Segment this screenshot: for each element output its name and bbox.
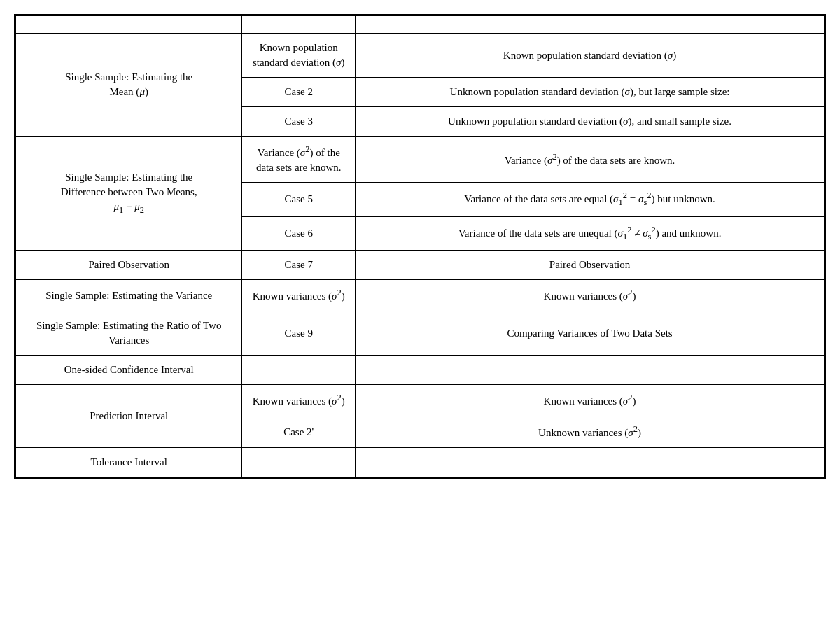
table-row: One-sided Confidence Interval [16, 356, 825, 385]
table-row: Single Sample: Estimating the Ratio of T… [16, 312, 825, 356]
test-label: Single Sample: Estimating theDifference … [16, 136, 242, 251]
table-row: Paired ObservationCase 7Paired Observati… [16, 251, 825, 280]
test-label: Single Sample: Estimating the Variance [16, 280, 242, 312]
test-label: Single Sample: Estimating theMean (μ) [16, 34, 242, 136]
case-description: Known variances (σ2) [356, 385, 825, 416]
case-id: Variance (σ2) of the data sets are known… [242, 136, 356, 183]
case-id: Case 9 [242, 312, 356, 356]
test-label: Prediction Interval [16, 385, 242, 448]
case-description: Unknown variances (σ2) [356, 416, 825, 448]
table-row: Single Sample: Estimating the VarianceKn… [16, 280, 825, 312]
header-test [16, 16, 242, 34]
test-label: Tolerance Interval [16, 448, 242, 477]
case-description [356, 356, 825, 385]
case-id [242, 448, 356, 477]
case-id: Known population standard deviation (σ) [242, 34, 356, 78]
table-row: Single Sample: Estimating theDifference … [16, 136, 825, 183]
case-description: Known population standard deviation (σ) [356, 34, 825, 78]
case-description: Paired Observation [356, 251, 825, 280]
case-description: Comparing Variances of Two Data Sets [356, 312, 825, 356]
header-cases [356, 16, 825, 34]
case-description: Unknown population standard deviation (σ… [356, 78, 825, 107]
case-id: Case 2' [242, 416, 356, 448]
main-table-wrapper: Single Sample: Estimating theMean (μ)Kno… [14, 14, 826, 479]
case-id: Known variances (σ2) [242, 280, 356, 312]
table-row: Single Sample: Estimating theMean (μ)Kno… [16, 34, 825, 78]
case-description: Variance (σ2) of the data sets are known… [356, 136, 825, 183]
case-id: Known variances (σ2) [242, 385, 356, 416]
case-description: Known variances (σ2) [356, 280, 825, 312]
case-description [356, 448, 825, 477]
test-label: Paired Observation [16, 251, 242, 280]
case-id: Case 3 [242, 107, 356, 136]
test-label: Single Sample: Estimating the Ratio of T… [16, 312, 242, 356]
table-row: Tolerance Interval [16, 448, 825, 477]
case-description: Variance of the data sets are unequal (σ… [356, 216, 825, 251]
case-description: Variance of the data sets are equal (σ12… [356, 183, 825, 217]
case-id: Case 5 [242, 183, 356, 217]
table-row: Prediction IntervalKnown variances (σ2)K… [16, 385, 825, 416]
case-id: Case 2 [242, 78, 356, 107]
case-id: Case 7 [242, 251, 356, 280]
case-id: Case 6 [242, 216, 356, 251]
header-case-col [242, 16, 356, 34]
test-label: One-sided Confidence Interval [16, 356, 242, 385]
case-description: Unknown population standard deviation (σ… [356, 107, 825, 136]
case-id [242, 356, 356, 385]
